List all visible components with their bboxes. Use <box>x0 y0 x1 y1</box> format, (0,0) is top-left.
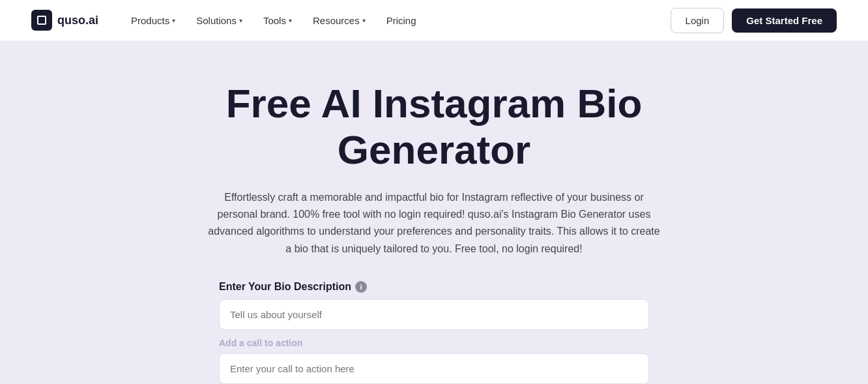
nav-products-label: Products <box>131 15 169 26</box>
cta-label: Add a call to action <box>219 338 649 348</box>
nav-pricing-label: Pricing <box>386 15 416 26</box>
logo-icon <box>31 10 52 31</box>
navbar: quso.ai Products ▾ Solutions ▾ Tools ▾ R… <box>0 0 868 41</box>
navbar-right: Login Get Started Free <box>671 8 837 33</box>
bio-label: Enter Your Bio Description i <box>219 281 649 293</box>
nav-item-products[interactable]: Products ▾ <box>122 10 184 31</box>
tools-chevron-icon: ▾ <box>289 17 292 24</box>
nav-links: Products ▾ Solutions ▾ Tools ▾ Resources… <box>122 10 426 31</box>
page-title: Free AI Instagram Bio Generator <box>206 80 662 173</box>
nav-resources-label: Resources <box>313 15 360 26</box>
main-content: Free AI Instagram Bio Generator Effortle… <box>0 41 868 384</box>
logo[interactable]: quso.ai <box>31 10 98 31</box>
nav-tools-label: Tools <box>263 15 286 26</box>
bio-form: Enter Your Bio Description i Add a call … <box>219 281 649 384</box>
nav-solutions-label: Solutions <box>196 15 237 26</box>
solutions-chevron-icon: ▾ <box>239 17 242 24</box>
nav-item-resources[interactable]: Resources ▾ <box>304 10 375 31</box>
get-started-button[interactable]: Get Started Free <box>732 8 837 33</box>
nav-item-solutions[interactable]: Solutions ▾ <box>187 10 252 31</box>
resources-chevron-icon: ▾ <box>362 17 366 24</box>
nav-item-tools[interactable]: Tools ▾ <box>254 10 301 31</box>
page-subtitle: Effortlessly craft a memorable and impac… <box>206 189 662 258</box>
products-chevron-icon: ▾ <box>172 17 175 24</box>
navbar-left: quso.ai Products ▾ Solutions ▾ Tools ▾ R… <box>31 10 426 31</box>
logo-icon-inner <box>37 16 46 25</box>
nav-item-pricing[interactable]: Pricing <box>377 10 426 31</box>
login-button[interactable]: Login <box>671 8 725 33</box>
logo-text: quso.ai <box>57 14 98 27</box>
cta-input[interactable] <box>219 353 649 384</box>
bio-info-icon[interactable]: i <box>355 281 367 293</box>
bio-description-input[interactable] <box>219 299 649 330</box>
